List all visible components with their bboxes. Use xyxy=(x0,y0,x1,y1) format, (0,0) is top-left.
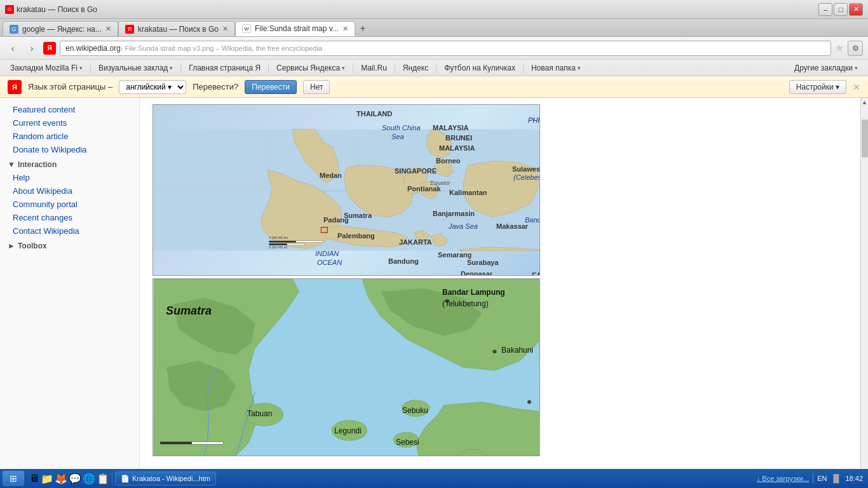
browser-icon[interactable]: 🌐 xyxy=(83,473,95,485)
title-bar-favicon: G xyxy=(5,5,14,14)
chevron-down-icon-2: ▾ xyxy=(170,65,173,71)
maximize-button[interactable]: □ xyxy=(834,3,848,16)
tab-2[interactable]: Я krakatau — Поиск в Go ✕ xyxy=(118,21,235,36)
close-button[interactable]: ✕ xyxy=(849,3,863,16)
translate-button[interactable]: Перевести xyxy=(245,80,297,94)
start-button[interactable]: ⊞ xyxy=(3,471,24,486)
back-button[interactable]: ‹ xyxy=(5,41,20,56)
label-banda-sea: Banda Sea xyxy=(525,216,540,224)
chevron-down-icon: ▾ xyxy=(79,65,83,71)
url-path: › File:Sunda strait map v3.png – Wikiped… xyxy=(121,44,322,52)
translate-close-icon[interactable]: ✕ xyxy=(853,82,860,92)
label-philippines: PHILIPPINES xyxy=(528,116,540,124)
signal-icon: ▐▌ xyxy=(831,474,841,483)
bookmark-others-label: Другие закладки xyxy=(794,64,853,72)
yandex-logo: Я xyxy=(43,42,56,55)
chevron-right-icon-toolbox: ► xyxy=(8,241,15,250)
firefox-icon[interactable]: 🦊 xyxy=(55,473,67,485)
content-area[interactable]: 0 200 400 km 0 200 400 mi THAILAND South… xyxy=(140,98,860,469)
downloads-link[interactable]: ↓ Все загрузки... xyxy=(757,475,809,482)
bookmark-services[interactable]: Сервисы Яндекса ▾ xyxy=(271,62,350,74)
taskbar-item-krakatoa[interactable]: 📄 Krakatoa - Wikipedi...htm xyxy=(115,471,216,485)
browser-settings-button[interactable]: ⚙ xyxy=(848,41,863,56)
sidebar-item-random[interactable]: Random article xyxy=(0,130,139,143)
label-brunei: BRUNEI xyxy=(445,134,472,142)
scroll-up-arrow[interactable]: ▲ xyxy=(860,98,868,107)
bookmark-star[interactable]: ★ xyxy=(835,42,844,54)
svg-text:0    200   400 km: 0 200 400 km xyxy=(269,236,288,240)
tab-3[interactable]: W File:Sunda strait map v... ✕ xyxy=(235,21,355,36)
detail-label-telukbetung: (Telukbetung) xyxy=(442,299,489,308)
label-malaysia: MALAYSIA xyxy=(433,124,468,132)
tab-bar: G google — Яндекс: на... ✕ Я krakatau — … xyxy=(0,19,868,37)
tab2-close[interactable]: ✕ xyxy=(222,25,228,33)
title-bar: G krakatau — Поиск в Go – □ ✕ xyxy=(0,0,868,19)
taskbar-item-icon: 📄 xyxy=(121,475,130,483)
tab2-favicon: Я xyxy=(125,25,134,34)
map-container: 0 200 400 km 0 200 400 mi THAILAND South… xyxy=(140,98,860,463)
forward-button[interactable]: › xyxy=(24,41,39,56)
desktop-icon[interactable]: 🖥 xyxy=(29,473,39,485)
bookmark-others[interactable]: Другие закладки ▾ xyxy=(789,62,863,74)
sidebar-toolbox-label: Toolbox xyxy=(18,241,47,250)
sidebar-section-toolbox[interactable]: ► Toolbox xyxy=(0,238,139,252)
bookmark-mozilla[interactable]: Закладки Mozilla Fi ▾ xyxy=(5,62,88,74)
sidebar-item-help[interactable]: Help xyxy=(0,171,139,184)
minimize-button[interactable]: – xyxy=(818,3,832,16)
sidebar-item-community[interactable]: Community portal xyxy=(0,198,139,211)
detail-label-sumatra: Sumatra xyxy=(166,304,212,318)
scrollbar[interactable]: ▲ xyxy=(860,98,868,469)
bookmark-mailru[interactable]: Mail.Ru xyxy=(356,62,392,74)
chevron-down-icon-interaction: ▼ xyxy=(8,160,15,169)
svg-rect-9 xyxy=(269,243,287,245)
new-tab-button[interactable]: + xyxy=(355,21,370,36)
skype-icon[interactable]: 💬 xyxy=(69,473,81,485)
tab3-label: File:Sunda strait map v... xyxy=(255,24,339,33)
scroll-thumb[interactable] xyxy=(862,119,868,158)
label-palembang: Palembang xyxy=(337,232,375,240)
bookmark-newfolder[interactable]: Новая папка ▾ xyxy=(526,62,586,74)
bookmark-home[interactable]: Главная страница Я xyxy=(184,62,266,74)
title-bar-title: G krakatau — Поиск в Go xyxy=(5,5,97,14)
bm-separator-2 xyxy=(180,63,181,73)
label-banjarmasin: Banjarmasin xyxy=(433,210,475,217)
chevron-down-icon-5: ▾ xyxy=(855,65,858,71)
label-jakarta: JAKARTA xyxy=(399,238,432,246)
label-sea: Sea xyxy=(391,133,404,140)
folder-icon[interactable]: 📁 xyxy=(41,473,53,485)
bookmark-visual[interactable]: Визуальные заклад ▾ xyxy=(93,62,178,74)
sidebar-item-current[interactable]: Current events xyxy=(0,116,139,130)
sidebar-item-featured[interactable]: Featured content xyxy=(0,103,139,116)
sidebar-item-contact[interactable]: Contact Wikipedia xyxy=(0,224,139,238)
label-bandung: Bandung xyxy=(388,257,419,265)
taskbar: ⊞ 🖥 📁 🦊 💬 🌐 📋 📄 Krakatoa - Wikipedi...ht… xyxy=(0,469,868,488)
clock: 18:42 xyxy=(845,475,863,482)
no-translate-button[interactable]: Нет xyxy=(303,80,330,94)
translate-bar: Я Язык этой страницы – английский ▾ Пере… xyxy=(0,76,868,98)
sidebar-section-interaction[interactable]: ▼ Interaction xyxy=(0,156,139,171)
address-input[interactable]: en.wikipedia.org › File:Sunda strait map… xyxy=(60,41,831,56)
detail-label-sebuku: Sebuku xyxy=(402,406,428,415)
sidebar-item-recent[interactable]: Recent changes xyxy=(0,211,139,224)
sidebar: Featured content Current events Random a… xyxy=(0,98,140,469)
bookmark-football[interactable]: Футбол на Куличках xyxy=(439,62,520,74)
tab1-close[interactable]: ✕ xyxy=(105,25,111,33)
label-malaysia2: MALAYSIA xyxy=(439,144,475,152)
bookmark-football-label: Футбол на Куличках xyxy=(444,64,515,72)
sidebar-item-donate[interactable]: Donate to Wikipedia xyxy=(0,143,139,156)
app-icon[interactable]: 📋 xyxy=(97,473,109,485)
tab3-close[interactable]: ✕ xyxy=(342,25,348,33)
taskbar-tray: ↓ Все загрузки... EN ▐▌ 18:42 xyxy=(757,473,865,484)
label-denpasar: Denpasar xyxy=(461,270,492,276)
svg-rect-26 xyxy=(192,442,224,444)
language-select[interactable]: английский ▾ xyxy=(119,80,186,94)
bookmark-yandex[interactable]: Яндекс xyxy=(398,62,433,74)
label-indian: INDIAN xyxy=(315,250,339,257)
tab-1[interactable]: G google — Яндекс: на... ✕ xyxy=(3,21,118,36)
label-equator: Equator xyxy=(430,180,451,186)
detail-label-bandar: Bandar Lampung xyxy=(442,288,505,297)
label-south-china-sea: South China xyxy=(382,124,421,132)
translate-settings-button[interactable]: Настройки ▾ xyxy=(789,80,846,94)
sidebar-item-about[interactable]: About Wikipedia xyxy=(0,184,139,198)
yandex-translate-logo: Я xyxy=(8,80,22,94)
